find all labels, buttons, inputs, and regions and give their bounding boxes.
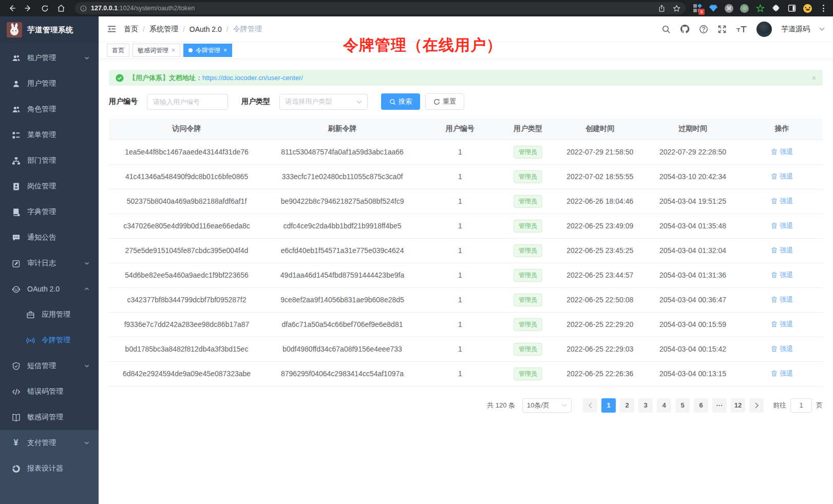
gem-extension-icon[interactable] (709, 4, 718, 13)
browser-forward-icon[interactable] (22, 2, 35, 15)
sidebar-item-dict[interactable]: 字典管理 (0, 199, 99, 225)
sidebar-item-menu[interactable]: 菜单管理 (0, 122, 99, 148)
sidebar-item-label: 错误码管理 (27, 387, 63, 396)
tag-tab[interactable]: 令牌管理× (183, 44, 232, 57)
sidebar: 芋道管理系统 租户管理用户管理角色管理菜单管理部门管理岗位管理字典管理通知公告审… (0, 16, 99, 504)
sidebar-item-label: 短信管理 (27, 361, 56, 371)
app-logo[interactable]: 芋道管理系统 (0, 16, 99, 43)
alert-label: 【用户体系】文档地址： (129, 74, 202, 82)
force-logout-button[interactable]: 强退 (771, 270, 793, 280)
address-bar[interactable]: 127.0.0.1:1024/system/oauth2/token (75, 2, 686, 14)
sidebar-fold-icon[interactable] (107, 24, 117, 34)
font-size-icon[interactable] (736, 25, 747, 33)
page-button-1[interactable]: 1 (601, 398, 616, 413)
share-icon[interactable] (658, 5, 666, 12)
sidebar-item-tenant[interactable]: 租户管理 (0, 45, 99, 71)
reset-button[interactable]: 重置 (425, 93, 464, 110)
breadcrumb-item[interactable]: 系统管理 (149, 25, 178, 34)
expire-time-cell: 2054-03-04 00:15:42 (644, 337, 741, 361)
page-button-12[interactable]: 12 (731, 398, 745, 413)
sidebar-item-dept[interactable]: 部门管理 (0, 148, 99, 173)
force-logout-button[interactable]: 强退 (771, 246, 793, 255)
table-row: 275e5de9151045fe87cbdc395e004f4de6cfd40e… (109, 238, 823, 263)
github-icon[interactable] (680, 24, 690, 34)
page-button-2[interactable]: 2 (620, 398, 634, 413)
page-more-button[interactable]: ··· (712, 398, 727, 413)
page-button-6[interactable]: 6 (694, 398, 708, 413)
sidepanel-extension-icon[interactable] (787, 4, 797, 13)
emoji-extension-icon[interactable] (803, 4, 812, 13)
expire-time-cell: 2054-03-04 01:32:04 (644, 238, 741, 263)
user-type-placeholder: 请选择用户类型 (285, 97, 332, 106)
breadcrumb-item[interactable]: OAuth 2.0 (190, 25, 222, 33)
search-icon[interactable] (661, 25, 671, 34)
trash-icon (771, 173, 778, 180)
tab-close-icon[interactable]: × (223, 47, 227, 54)
bookmark-star-icon[interactable] (673, 5, 680, 12)
tag-tab[interactable]: 首页 (107, 44, 129, 57)
force-logout-button[interactable]: 强退 (771, 369, 793, 378)
created-time-cell: 2022-06-25 23:44:57 (556, 263, 644, 287)
tag-tabbar: 首页敏感词管理×令牌管理× (99, 42, 833, 59)
sidebar-item-notice[interactable]: 通知公告 (0, 225, 99, 250)
force-logout-button[interactable]: 强退 (771, 197, 793, 206)
browser-back-icon[interactable] (5, 2, 18, 15)
next-page-button[interactable] (749, 398, 764, 413)
sidebar-item-label: 菜单管理 (27, 130, 56, 140)
tab-close-icon[interactable]: × (172, 47, 175, 54)
sidebar-item-report[interactable]: 报表设计器 (0, 456, 99, 481)
user-type-cell: 管理员 (500, 164, 556, 189)
user-avatar[interactable] (756, 22, 772, 37)
alert-close-icon[interactable]: × (812, 74, 816, 82)
sidebar-item-sms[interactable]: 短信管理 (0, 353, 99, 379)
force-logout-button[interactable]: 强退 (771, 147, 793, 157)
user-type-cell: 管理员 (500, 287, 556, 312)
sidebar-item-oauth2-token[interactable]: 令牌管理 (0, 327, 99, 353)
fullscreen-icon[interactable] (717, 25, 727, 34)
sidebar-item-post[interactable]: 岗位管理 (0, 173, 99, 199)
sidebar-item-sensitive-word[interactable]: 敏感词管理 (0, 404, 99, 430)
tab-grid-extension-icon[interactable]: 9 (693, 4, 702, 13)
user-type-select[interactable]: 请选择用户类型 (279, 94, 368, 110)
force-logout-button[interactable]: 强退 (771, 295, 793, 304)
goto-page-input[interactable] (790, 398, 812, 413)
green-star-extension-icon[interactable] (755, 4, 765, 13)
page-button-5[interactable]: 5 (675, 398, 690, 413)
force-logout-button[interactable]: 强退 (771, 221, 793, 230)
user-id-input[interactable] (147, 94, 228, 110)
help-icon[interactable] (699, 25, 708, 34)
page-size-select[interactable]: 10条/页 (522, 398, 572, 413)
puzzle-extension-icon[interactable] (771, 4, 781, 13)
alert-doc-link[interactable]: https://doc.iocoder.cn/user-center/ (202, 74, 303, 82)
page-button-3[interactable]: 3 (638, 398, 653, 413)
browser-menu-icon[interactable] (819, 4, 828, 13)
site-info-icon[interactable] (80, 5, 87, 12)
command-extension-icon[interactable]: ⌘ (725, 4, 733, 13)
page-size-value: 10条/页 (527, 401, 550, 410)
sidebar-item-oauth2-app[interactable]: 应用管理 (0, 302, 99, 327)
expire-time-cell: 2054-03-10 20:42:34 (644, 164, 741, 189)
prev-page-button[interactable] (583, 398, 597, 413)
user-type-tag: 管理员 (514, 367, 542, 380)
tag-tab[interactable]: 敏感词管理× (132, 44, 180, 57)
table-row: b0d1785bc3a8482f812db4a3f3bd15ecb0df4980… (109, 337, 823, 361)
force-logout-button[interactable]: 强退 (771, 320, 793, 329)
breadcrumb-item[interactable]: 首页 (124, 25, 138, 34)
sidebar-item-role[interactable]: 角色管理 (0, 96, 99, 122)
pagination: 共 120 条 10条/页 123456···12 前往 页 (109, 398, 823, 413)
created-time-cell: 2022-06-25 23:45:25 (556, 238, 644, 263)
sidebar-item-error-code[interactable]: 错误码管理 (0, 379, 99, 404)
page-button-4[interactable]: 4 (657, 398, 671, 413)
user-menu-caret-icon[interactable] (819, 27, 825, 31)
browser-reload-icon[interactable] (38, 2, 51, 15)
sidebar-item-oauth2[interactable]: OAuth 2.0 (0, 276, 99, 302)
force-logout-button[interactable]: 强退 (771, 172, 793, 181)
sidebar-item-user[interactable]: 用户管理 (0, 71, 99, 96)
sidebar-item-audit-log[interactable]: 审计日志 (0, 250, 99, 276)
recorder-extension-icon[interactable] (740, 4, 749, 13)
token-table: 访问令牌刷新令牌用户编号用户类型创建时间过期时间操作 1ea5e44f8bc14… (109, 119, 823, 386)
sidebar-item-pay[interactable]: ¥支付管理 (0, 430, 99, 456)
browser-home-icon[interactable] (54, 2, 68, 15)
force-logout-button[interactable]: 强退 (771, 344, 793, 354)
search-button[interactable]: 搜索 (381, 93, 420, 110)
